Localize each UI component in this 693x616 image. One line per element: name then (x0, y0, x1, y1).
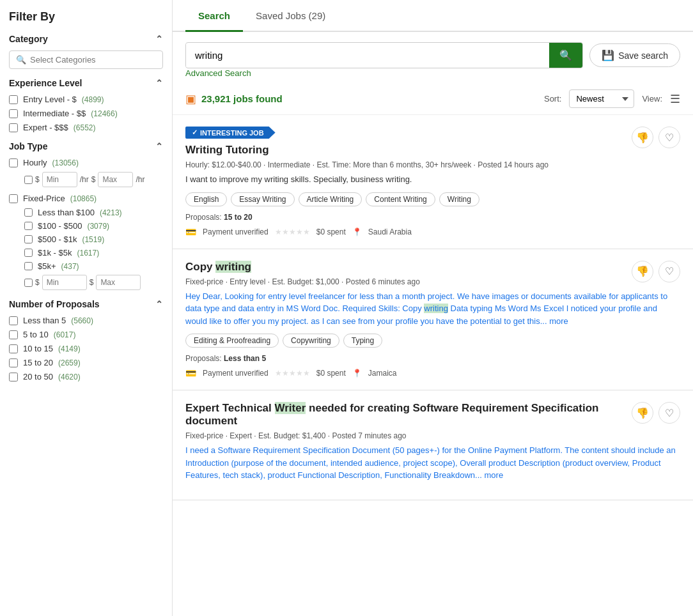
list-view-icon[interactable]: ☰ (670, 92, 680, 106)
dollar-fixed-max: $ (90, 278, 94, 287)
hourly-count: (13056) (52, 158, 79, 167)
fixed-lt100-count: (4213) (100, 208, 122, 217)
search-input[interactable] (186, 43, 549, 67)
tag-article-writing[interactable]: Article Writing (299, 192, 362, 206)
like-button-3[interactable]: ♡ (658, 402, 680, 424)
job-footer-1: 💳 Payment unverified ★★★★★ $0 spent 📍 Sa… (185, 227, 680, 237)
search-area: 🔍 💾 Save search Advanced Search (173, 32, 693, 83)
dollar-fixed-min: $ (35, 278, 40, 287)
show-more-3[interactable]: more (485, 470, 504, 480)
tag-typing[interactable]: Typing (343, 334, 382, 348)
fixed-price-checkbox[interactable] (9, 194, 18, 203)
fixed-price-range: $ $ (24, 275, 163, 290)
search-icon: 🔍 (16, 55, 26, 65)
sidebar: Filter By Category ⌃ 🔍 Experience Level … (0, 0, 173, 616)
tag-content-writing[interactable]: Content Writing (366, 192, 435, 206)
proposals-chevron[interactable]: ⌃ (155, 299, 163, 309)
location-2: Jamaica (368, 369, 397, 378)
tag-writing[interactable]: Writing (439, 192, 479, 206)
stars-1: ★★★★★ (275, 227, 310, 236)
location-1: Saudi Arabia (368, 227, 412, 236)
tag-english[interactable]: English (185, 192, 227, 206)
fixed-range-checkbox[interactable] (24, 279, 33, 287)
fixed-lt100-checkbox[interactable] (24, 208, 33, 217)
dollar-icon-min: $ (35, 175, 40, 184)
search-button[interactable]: 🔍 (549, 43, 582, 68)
show-more-2[interactable]: more (549, 316, 568, 326)
job-title-1[interactable]: Writing Tutoring (185, 144, 680, 157)
tab-saved-jobs[interactable]: Saved Jobs (29) (243, 0, 338, 32)
fixed-500-1k-checkbox[interactable] (24, 235, 33, 243)
fixed-5kplus-checkbox[interactable] (24, 262, 33, 270)
fixed-lt100: Less than $100 (4213) (24, 208, 163, 217)
search-row: 🔍 💾 Save search (185, 42, 680, 68)
job-desc-3: I need a Software Requirement Specificat… (185, 444, 680, 482)
proposals-15-20-label: 15 to 20 (23, 358, 53, 367)
proposals-5-10-label: 5 to 10 (23, 330, 49, 339)
hourly-checkbox[interactable] (9, 158, 18, 167)
experience-entry-checkbox[interactable] (9, 95, 18, 104)
tag-essay-writing[interactable]: Essay Writing (231, 192, 294, 206)
tag-editing-proofreading[interactable]: Editing & Proofreading (185, 334, 279, 348)
dislike-button-1[interactable]: 👎 (632, 127, 653, 148)
category-chevron[interactable]: ⌃ (155, 34, 163, 44)
proposals-15-20-checkbox[interactable] (9, 358, 18, 367)
fixed-1k-5k-checkbox[interactable] (24, 249, 33, 257)
experience-intermediate-checkbox[interactable] (9, 109, 18, 118)
payment-status-1: Payment unverified (203, 227, 269, 236)
proposals-10-15-checkbox[interactable] (9, 344, 18, 353)
fixed-price-label: Fixed-Price (23, 194, 65, 203)
payment-icon-2: 💳 (185, 368, 196, 378)
search-input-wrap: 🔍 (185, 42, 583, 68)
fixed-max-input[interactable] (96, 275, 141, 290)
experience-label: Experience Level (9, 78, 82, 88)
sort-select[interactable]: Newest Oldest Relevance (569, 89, 634, 108)
proposals-5-10: 5 to 10 (6017) (9, 330, 163, 339)
job-card-1: 👎 ♡ ✓ INTERESTING JOB Writing Tutoring H… (173, 115, 693, 249)
proposals-10-15-label: 10 to 15 (23, 344, 53, 353)
job-title-2[interactable]: Copy writing (185, 261, 680, 273)
tab-search[interactable]: Search (185, 0, 243, 32)
hourly-min-input[interactable] (42, 172, 77, 187)
category-search-input[interactable] (30, 55, 156, 65)
fixed-500-1k-label: $500 - $1k (38, 235, 77, 244)
proposals-label: Number of Proposals (9, 299, 100, 309)
like-button-2[interactable]: ♡ (658, 261, 680, 282)
proposals-20-50-checkbox[interactable] (9, 373, 18, 381)
job-meta-2: Fixed-price · Entry level · Est. Budget:… (185, 277, 680, 286)
proposals-20-50-label: 20 to 50 (23, 372, 53, 381)
fixed-min-input[interactable] (42, 275, 87, 290)
fixed-lt100-label: Less than $100 (38, 208, 95, 217)
proposals-5-10-checkbox[interactable] (9, 330, 18, 339)
experience-expert-checkbox[interactable] (9, 123, 18, 132)
proposals-2: Proposals: Less than 5 (185, 354, 680, 363)
dislike-button-2[interactable]: 👎 (632, 261, 653, 282)
payment-status-2: Payment unverified (203, 369, 269, 378)
proposals-value-2: Less than 5 (224, 354, 266, 363)
tag-copywriting[interactable]: Copywriting (283, 334, 339, 348)
rss-icon: ▣ (185, 92, 196, 106)
job-type-chevron[interactable]: ⌃ (155, 141, 163, 151)
fixed-5kplus-count: (437) (61, 262, 79, 271)
job-title-3[interactable]: Expert Technical Writer needed for creat… (185, 402, 680, 427)
save-search-button[interactable]: 💾 Save search (589, 43, 680, 67)
experience-entry-label: Entry Level - $ (23, 95, 77, 104)
hourly-range-checkbox[interactable] (24, 176, 33, 184)
like-button-1[interactable]: ♡ (658, 127, 680, 148)
hourly-option: Hourly (13056) (9, 158, 163, 167)
experience-intermediate-count: (12466) (91, 109, 117, 118)
dislike-button-3[interactable]: 👎 (632, 402, 653, 424)
fixed-100-500-checkbox[interactable] (24, 222, 33, 230)
job-meta-3: Fixed-price · Expert · Est. Budget: $1,4… (185, 431, 680, 440)
proposals-lt5-checkbox[interactable] (9, 316, 18, 325)
hourly-max-input[interactable] (98, 172, 133, 187)
main-content: Search Saved Jobs (29) 🔍 💾 Save search A… (173, 0, 693, 616)
job-title-highlight-2: writing (215, 261, 251, 273)
job-type-label: Job Type (9, 141, 47, 151)
category-search-box[interactable]: 🔍 (9, 50, 163, 69)
advanced-search-link[interactable]: Advanced Search (185, 68, 251, 78)
experience-option-expert: Expert - $$$ (6552) (9, 123, 163, 132)
experience-chevron[interactable]: ⌃ (155, 78, 163, 88)
category-label: Category (9, 34, 48, 44)
experience-section-header: Experience Level ⌃ (9, 78, 163, 88)
